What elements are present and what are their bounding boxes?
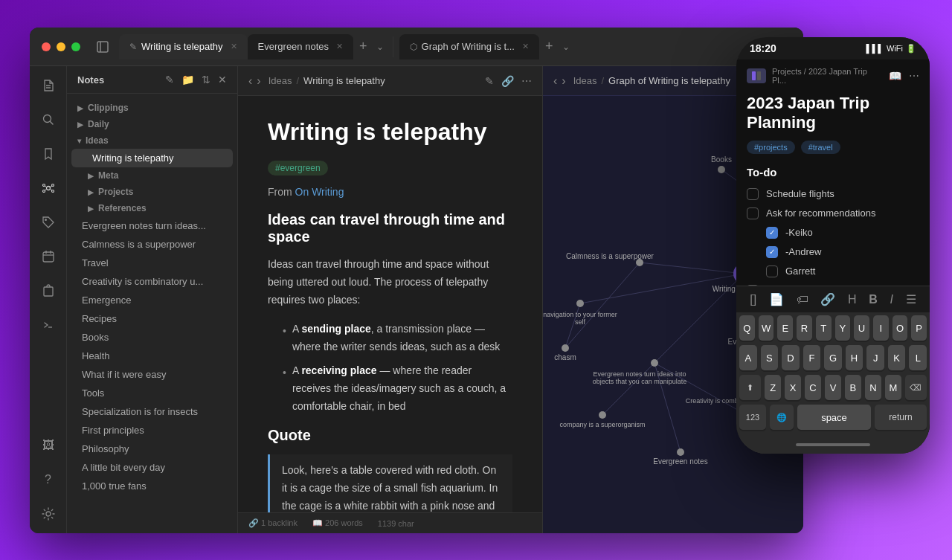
todo-garrett[interactable]: Garrett [747, 262, 919, 281]
notes-item-first-principles[interactable]: First principles [71, 421, 233, 440]
key-x[interactable]: X [785, 375, 801, 400]
editor-content[interactable]: Writing is telepathy #evergreen From On … [238, 96, 542, 512]
notes-item-philosophy[interactable]: Philosophy [71, 440, 233, 458]
key-a[interactable]: A [739, 345, 757, 370]
key-d[interactable]: D [782, 345, 800, 370]
notes-item-calmness[interactable]: Calmness is a superpower [71, 235, 233, 254]
settings-icon[interactable] [38, 503, 59, 524]
notes-item-specialization[interactable]: Specialization is for insects [71, 402, 233, 421]
format-heading-icon[interactable]: H [848, 293, 857, 306]
checkbox-andrew[interactable]: ✓ [766, 246, 778, 258]
tab-close-1[interactable]: ✕ [231, 42, 237, 51]
backlinks-count[interactable]: 🔗 1 backlink [248, 518, 298, 528]
key-return[interactable]: return [875, 405, 927, 430]
folder-icon[interactable]: 📁 [181, 74, 194, 86]
node-chasm[interactable] [562, 344, 569, 352]
format-bold-icon[interactable]: B [869, 293, 878, 306]
edit-icon[interactable]: ✎ [485, 75, 494, 87]
format-list-icon[interactable]: ☰ [906, 292, 916, 306]
link-icon[interactable]: 🔗 [501, 75, 514, 87]
sort-icon[interactable]: ⇅ [202, 74, 210, 86]
key-g[interactable]: G [824, 345, 842, 370]
key-z[interactable]: Z [765, 375, 781, 400]
key-n[interactable]: N [865, 375, 881, 400]
node-superorganism[interactable] [599, 411, 606, 419]
tag-projects[interactable]: #projects [747, 141, 795, 154]
tab-evergreen[interactable]: Evergreen notes ✕ [248, 34, 353, 59]
format-tag-icon[interactable]: 🏷 [797, 293, 808, 306]
notes-item-what-if[interactable]: What if it were easy [71, 365, 233, 384]
section-references[interactable]: ▶ References [67, 200, 237, 216]
tab-close-2[interactable]: ✕ [336, 42, 343, 51]
format-file-icon[interactable]: 📄 [769, 292, 784, 306]
key-q[interactable]: Q [739, 315, 755, 341]
back-button[interactable]: ‹ [248, 74, 252, 88]
help-icon[interactable]: ? [38, 469, 59, 490]
graph-icon[interactable] [38, 178, 59, 199]
graph-back-button[interactable]: ‹ [553, 74, 557, 88]
graph-forward-button[interactable]: › [562, 74, 565, 88]
node-navigate[interactable] [576, 300, 584, 307]
tab-chevron-2-icon[interactable]: ⌄ [559, 42, 573, 52]
key-u[interactable]: U [854, 315, 869, 341]
section-daily[interactable]: ▶ Daily [67, 116, 237, 132]
checkbox-garrett[interactable] [766, 265, 778, 277]
section-ideas[interactable]: ▾ Ideas [67, 132, 237, 149]
key-t[interactable]: T [816, 315, 832, 341]
key-j[interactable]: J [866, 345, 884, 370]
minimize-button[interactable] [57, 42, 65, 51]
section-meta[interactable]: ▶ Meta [67, 167, 237, 184]
tags-icon[interactable] [38, 212, 59, 233]
forward-button[interactable]: › [257, 74, 260, 88]
tab-close-3[interactable]: ✕ [522, 42, 529, 51]
tag-evergreen[interactable]: #evergreen [268, 161, 328, 176]
notes-item-little-bit[interactable]: A little bit every day [71, 458, 233, 477]
key-delete[interactable]: ⌫ [905, 375, 927, 400]
todo-recommendations[interactable]: Ask for recommendations [747, 204, 919, 223]
terminal-icon[interactable] [38, 315, 59, 335]
on-writing-link[interactable]: On Writing [295, 186, 344, 198]
node-books[interactable] [718, 166, 725, 173]
bookmarks-icon[interactable] [38, 144, 59, 164]
tab-writing-telepathy[interactable]: ✎ Writing is telepathy ✕ [119, 34, 248, 59]
key-h[interactable]: H [846, 345, 863, 370]
tag-travel[interactable]: #travel [801, 141, 840, 154]
key-y[interactable]: Y [835, 315, 851, 341]
key-b[interactable]: B [845, 375, 861, 400]
tab-graph[interactable]: ⬡ Graph of Writing is t... ✕ [399, 34, 539, 59]
images-icon[interactable]: 🖼 [38, 435, 59, 456]
section-clippings[interactable]: ▶ Clippings [67, 100, 237, 116]
key-v[interactable]: V [825, 375, 841, 400]
checkbox-schedule-flights[interactable] [747, 188, 759, 200]
key-o[interactable]: O [892, 315, 908, 341]
new-tab-button-2[interactable]: + [539, 39, 559, 54]
more-options-icon[interactable]: ⋯ [521, 75, 532, 87]
key-space[interactable]: space [797, 405, 871, 430]
notes-item-recipes[interactable]: Recipes [71, 309, 233, 328]
notes-item-evergreen[interactable]: Evergreen notes turn ideas... [71, 216, 233, 235]
format-brackets-icon[interactable]: [] [750, 293, 756, 306]
sidebar-toggle-icon[interactable] [95, 39, 110, 54]
todo-keiko[interactable]: ✓ -Keiko [747, 223, 919, 242]
notes-item-books[interactable]: Books [71, 328, 233, 347]
key-shift[interactable]: ⬆ [739, 375, 761, 400]
tab-chevron-icon[interactable]: ⌄ [373, 42, 387, 52]
phone-book-icon[interactable]: 📖 [889, 70, 901, 82]
graph-breadcrumb-parent[interactable]: Ideas [573, 75, 597, 86]
close-button[interactable] [42, 42, 51, 51]
notes-item-travel[interactable]: Travel [71, 254, 233, 272]
format-italic-icon[interactable]: I [890, 293, 892, 306]
node-evergreen-notes[interactable] [677, 448, 684, 456]
key-k[interactable]: K [888, 345, 906, 370]
key-w[interactable]: W [759, 315, 774, 341]
notes-item-emergence[interactable]: Emergence [71, 291, 233, 309]
calendar-icon[interactable] [38, 246, 59, 267]
key-s[interactable]: S [761, 345, 779, 370]
key-m[interactable]: M [885, 375, 901, 400]
breadcrumb-parent[interactable]: Ideas [268, 75, 292, 86]
new-tab-button[interactable]: + [353, 39, 373, 54]
phone-more-icon[interactable]: ⋯ [909, 70, 919, 82]
key-f[interactable]: F [803, 345, 821, 370]
key-r[interactable]: R [797, 315, 812, 341]
files-icon[interactable] [38, 75, 59, 96]
